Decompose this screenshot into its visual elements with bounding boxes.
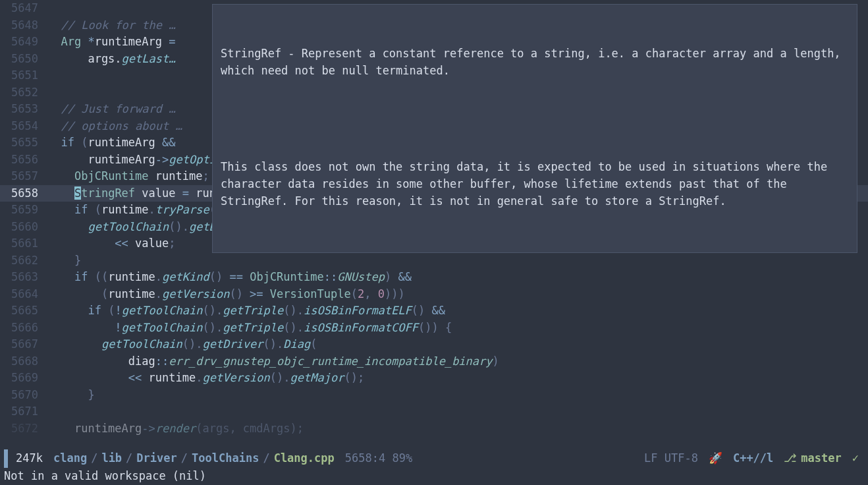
- line-number: 5667: [0, 336, 47, 353]
- line-number: 5663: [0, 269, 47, 286]
- code-line[interactable]: 5668 diag::err_drv_gnustep_objc_runtime_…: [0, 353, 868, 370]
- code-line[interactable]: 5663 if ((runtime.getKind() == ObjCRunti…: [0, 269, 868, 286]
- message-text: Not in a valid workspace (nil): [4, 468, 206, 485]
- lsp-status[interactable]: 🚀: [703, 450, 728, 467]
- code-line[interactable]: 5666 !getToolChain().getTriple().isOSBin…: [0, 320, 868, 337]
- code-line[interactable]: 5672 runtimeArg->render(args, cmdArgs);: [0, 420, 868, 438]
- code-area[interactable]: 5647 5648 // Look for the … 5649 Arg *ru…: [0, 0, 868, 449]
- mode-indicator: [4, 449, 8, 468]
- keyword: if: [61, 136, 74, 149]
- line-number: 5662: [0, 252, 47, 270]
- rocket-icon: 🚀: [709, 450, 722, 467]
- type: tringRef: [81, 186, 135, 200]
- type: Arg: [61, 35, 81, 48]
- comment: // Just forward …: [47, 102, 175, 115]
- line-number: 5655: [0, 134, 47, 152]
- line-number: 5650: [0, 51, 47, 68]
- hover-paragraph: This class does not own the string data,…: [221, 158, 849, 210]
- identifier: runtimeArg: [95, 35, 162, 48]
- line-number: 5666: [0, 320, 47, 337]
- function-call: getLast…: [122, 52, 176, 65]
- git-branch[interactable]: ⎇ master: [778, 450, 846, 467]
- branch-icon: ⎇: [784, 450, 797, 467]
- status-bar: 247k clang/lib/Driver/ToolChains/Clang.c…: [0, 449, 868, 468]
- language-mode[interactable]: C++//l: [728, 450, 778, 467]
- line-number: 5664: [0, 286, 47, 303]
- line-number: 5669: [0, 370, 47, 387]
- code-line[interactable]: 5662 }: [0, 252, 868, 270]
- line-number: 5651: [0, 67, 47, 84]
- file-size: 247k: [11, 450, 48, 467]
- type: ObjCRuntime: [74, 169, 149, 183]
- file-path[interactable]: clang/lib/Driver/ToolChains/Clang.cpp: [48, 450, 340, 467]
- line-number: 5653: [0, 101, 47, 118]
- hover-paragraph: StringRef - Represent a constant referen…: [221, 45, 849, 80]
- line-number: 5654: [0, 118, 47, 135]
- line-number: 5659: [0, 202, 47, 219]
- line-number: 5652: [0, 84, 47, 101]
- comment: // options about …: [47, 119, 182, 132]
- line-number: 5648: [0, 17, 47, 34]
- code-line[interactable]: 5664 (runtime.getVersion() >= VersionTup…: [0, 286, 868, 303]
- editor-root: 5647 5648 // Look for the … 5649 Arg *ru…: [0, 0, 868, 485]
- line-number: 5661: [0, 235, 47, 252]
- code-line[interactable]: 5667 getToolChain().getDriver().Diag(: [0, 336, 868, 353]
- line-number: 5671: [0, 403, 47, 420]
- code-line[interactable]: 5670 }: [0, 387, 868, 404]
- line-number: 5668: [0, 353, 47, 370]
- line-number: 5649: [0, 34, 47, 51]
- code-line[interactable]: 5665 if (!getToolChain().getTriple().isO…: [0, 302, 868, 320]
- line-number: 5665: [0, 302, 47, 320]
- message-bar: Not in a valid workspace (nil): [0, 468, 868, 485]
- cursor[interactable]: S: [74, 186, 81, 200]
- line-number: 5647: [0, 0, 47, 17]
- line-number: 5670: [0, 387, 47, 404]
- hover-documentation[interactable]: StringRef - Represent a constant referen…: [212, 4, 857, 253]
- line-number: 5672: [0, 420, 47, 438]
- check-icon: ✓: [852, 450, 859, 467]
- code-line[interactable]: 5669 << runtime.getVersion().getMajor();: [0, 370, 868, 387]
- code-line[interactable]: 5671: [0, 403, 868, 420]
- line-number: 5660: [0, 219, 47, 236]
- cursor-position: 5658:4 89%: [340, 450, 418, 467]
- encoding[interactable]: LF UTF-8: [639, 450, 703, 467]
- line-number: 5656: [0, 152, 47, 169]
- line-number: 5658: [0, 185, 47, 202]
- line-number: 5657: [0, 168, 47, 185]
- comment: // Look for the …: [47, 18, 175, 32]
- checker-status[interactable]: ✓: [847, 450, 864, 467]
